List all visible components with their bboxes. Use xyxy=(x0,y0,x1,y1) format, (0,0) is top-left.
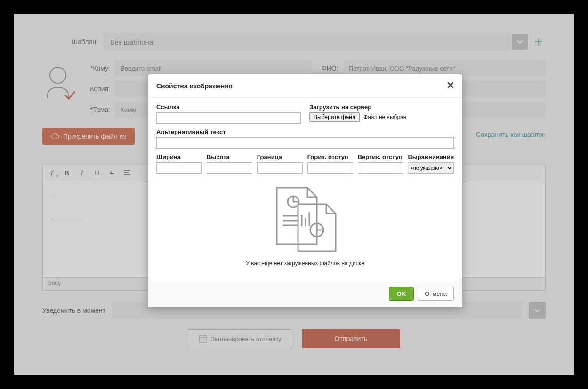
fio-label: ФИО: xyxy=(320,64,343,72)
to-label: *Кому: xyxy=(86,64,115,72)
close-icon xyxy=(447,82,454,88)
copy-label: Копия: xyxy=(86,85,115,93)
italic-button[interactable]: I xyxy=(78,170,86,177)
svg-point-0 xyxy=(50,67,66,83)
signature-divider xyxy=(52,219,85,219)
add-template-button[interactable] xyxy=(532,38,546,46)
schedule-send-button[interactable]: Запланировать отправку xyxy=(188,329,292,348)
chevron-down-icon xyxy=(516,39,523,45)
to-input[interactable] xyxy=(115,60,312,76)
dialog-title: Свойства изображения xyxy=(156,82,233,90)
vspace-label: Вертик. отступ xyxy=(358,153,403,160)
bold-button[interactable]: B xyxy=(63,170,71,177)
save-as-template-link[interactable]: Сохранить как шаблон xyxy=(476,131,546,138)
close-dialog-button[interactable] xyxy=(447,81,454,91)
width-input[interactable] xyxy=(156,162,202,174)
avatar-icon xyxy=(42,65,75,103)
clear-format-button[interactable]: Tx xyxy=(48,170,56,177)
underline-button[interactable]: U xyxy=(93,170,101,177)
alt-text-label: Альтернативный текст xyxy=(156,128,454,135)
chevron-down-icon xyxy=(534,307,540,314)
file-status-text: Файл не выбран xyxy=(363,114,406,120)
align-label: Выравнивание xyxy=(408,153,454,160)
border-input[interactable] xyxy=(257,162,303,174)
image-properties-dialog: Свойства изображения Ссылка Загрузить на… xyxy=(148,74,462,307)
subject-label: *Тема: xyxy=(86,106,115,113)
cloud-icon xyxy=(51,133,59,140)
hspace-input[interactable] xyxy=(307,162,353,174)
calendar-icon xyxy=(199,334,207,343)
height-input[interactable] xyxy=(207,162,252,174)
url-label: Ссылка xyxy=(156,103,301,111)
border-label: Граница xyxy=(257,153,303,160)
choose-file-button[interactable]: Выберите файл xyxy=(309,112,360,122)
template-label: Шаблон: xyxy=(42,38,104,46)
fio-input[interactable] xyxy=(343,60,546,76)
empty-files-message: У вас еще нет загруженных файлов на диск… xyxy=(246,260,364,267)
documents-icon xyxy=(265,183,345,254)
cancel-button[interactable]: Отмена xyxy=(418,287,454,301)
width-label: Ширина xyxy=(156,153,202,160)
ok-button[interactable]: OK xyxy=(389,287,414,301)
notify-dropdown-toggle[interactable] xyxy=(529,302,546,319)
empty-files-placeholder: У вас еще нет загруженных файлов на диск… xyxy=(156,174,454,271)
cursor: | xyxy=(52,192,54,199)
attach-file-button[interactable]: Прикрепить файл из xyxy=(42,128,135,145)
height-label: Высота xyxy=(207,153,252,160)
align-button[interactable] xyxy=(123,170,131,177)
strike-button[interactable]: S xyxy=(108,170,116,177)
upload-label: Загрузить на сервер xyxy=(309,103,454,111)
vspace-input[interactable] xyxy=(358,162,403,174)
alt-text-input[interactable] xyxy=(156,137,454,149)
hspace-label: Гориз. отступ xyxy=(307,153,353,160)
template-row: Шаблон: Без шаблона xyxy=(42,33,546,51)
avatar-column xyxy=(42,60,80,104)
notify-label: Уведомить в момент xyxy=(42,307,105,314)
app-frame: Шаблон: Без шаблона *Кому: xyxy=(14,14,574,375)
url-input[interactable] xyxy=(156,112,301,124)
plus-icon xyxy=(534,38,543,46)
template-dropdown-toggle[interactable] xyxy=(512,34,528,50)
align-icon xyxy=(124,170,130,175)
template-select[interactable]: Без шаблона xyxy=(104,33,510,51)
align-select[interactable]: <не указано> xyxy=(408,162,454,174)
send-button[interactable]: Отправить xyxy=(302,329,400,348)
